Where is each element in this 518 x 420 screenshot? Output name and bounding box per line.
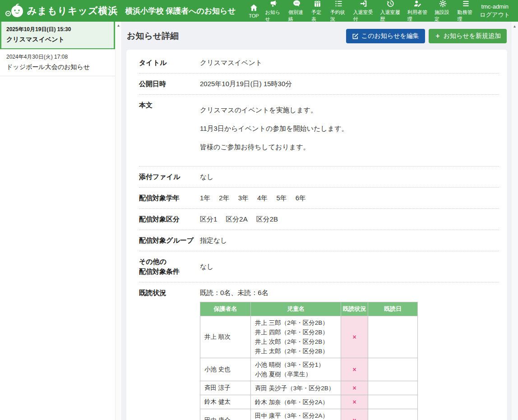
- scroll-up-icon[interactable]: ▲: [511, 25, 518, 28]
- reader-row: 小池 史也 小池 晴樹（3年・区分1） 小池 夏樹（卒業生） ×: [200, 358, 418, 381]
- bars-icon: [462, 0, 470, 8]
- edit-button-label: このお知らせを編集: [361, 32, 419, 40]
- child-name: 小池 夏樹（卒業生）: [255, 369, 337, 379]
- body-paragraph: クリスマスのイベントを実施します。: [200, 105, 499, 115]
- main-scrollbar[interactable]: ▲: [511, 22, 518, 420]
- nav-item-settings[interactable]: 施設設定: [431, 0, 454, 23]
- account-username: tmc-admin: [480, 3, 510, 11]
- parent-name-cell: 井上 順次: [200, 316, 251, 358]
- notice-list-item[interactable]: 2024年4月30日(火) 17:08 ドッジボール大会のお知らせ: [0, 49, 115, 76]
- read-status-cell: ×: [341, 395, 368, 409]
- read-status-cell: ×: [341, 409, 368, 420]
- app-logo-icon: [5, 3, 25, 19]
- list-icon: [334, 0, 343, 8]
- field-label: 配信対象学年: [139, 193, 200, 203]
- parent-name-cell: 斉田 涼子: [200, 381, 251, 395]
- read-date-cell: [368, 381, 418, 395]
- nav-item-top[interactable]: TOP: [245, 0, 262, 23]
- sidebar-scrollbar[interactable]: ▲: [116, 22, 122, 420]
- nav-item-label: 入退室受付: [353, 9, 374, 23]
- nav-item-label: 予定表: [311, 9, 324, 23]
- read-date-cell: [368, 395, 418, 409]
- nav-item-attendance[interactable]: 勤務管理: [454, 0, 477, 23]
- parent-name-cell: 小池 史也: [200, 358, 251, 381]
- nav-item-label: 勤務管理: [458, 9, 474, 23]
- notice-item-title: クリスマスイベント: [6, 36, 108, 44]
- detail-row-read-status: 既読状況 既読：0名、未読：6名 保護者名 児童名 既読状況 既読日: [139, 282, 499, 420]
- category-tag: 区分2B: [256, 215, 278, 223]
- column-header-child-name: 児童名: [251, 302, 341, 316]
- field-label: 配信対象グループ: [139, 235, 200, 245]
- detail-row-attachment: 添付ファイル なし: [139, 166, 499, 188]
- nav-item-label: 個別連絡: [288, 9, 305, 23]
- column-header-parent-name: 保護者名: [200, 302, 251, 316]
- app-logo-text: みまもりキッズ横浜: [27, 5, 118, 17]
- nav-item-label: 予約状況: [330, 9, 347, 23]
- nav-item-messages[interactable]: 個別連絡: [285, 0, 308, 23]
- home-icon: [250, 4, 258, 12]
- detail-row-body: 本文 クリスマスのイベントを実施します。 11月3日からイベントの参加を開始いた…: [139, 95, 499, 166]
- child-name: 井上 次郎（2年・区分2B）: [255, 337, 337, 346]
- page-title: 横浜小学校 保護者へのお知らせ: [125, 6, 236, 16]
- scroll-up-icon[interactable]: ▲: [116, 24, 121, 28]
- parent-name-cell: 鈴木 健太: [200, 395, 251, 409]
- field-value: 区分1区分2A区分2B: [200, 214, 499, 224]
- reader-row: 田中 康介 田中 康平（3年・区分2A） 田中 雄太（3年・区分1） ×: [200, 409, 418, 420]
- notice-item-title: ドッジボール大会のお知らせ: [6, 63, 110, 71]
- detail-row-target-group: 配信対象グループ 指定なし: [139, 230, 499, 251]
- child-name: 井上 四郎（2年・区分2B）: [255, 328, 337, 337]
- reader-row: 鈴木 健太 鈴木 加奈（6年・区分2A） ×: [200, 395, 418, 409]
- child-name: 斉田 美沙子（3年・区分2B）: [255, 383, 337, 393]
- add-notice-button[interactable]: ＋ お知らせを新規追加: [429, 29, 507, 43]
- history-icon: [386, 0, 395, 8]
- children-names-cell: 斉田 美沙子（3年・区分2B）: [251, 381, 341, 395]
- nav-item-reservations[interactable]: 予約状況: [327, 0, 350, 23]
- user-manage-icon: [413, 0, 422, 8]
- notice-list-item-selected[interactable]: 2025年10月19日(日) 15:30 クリスマスイベント: [0, 22, 115, 49]
- child-name: 鈴木 加奈（6年・区分2A）: [255, 397, 337, 407]
- nav-item-label: TOP: [249, 13, 259, 18]
- field-label: 添付ファイル: [139, 172, 200, 182]
- nav-item-checkin[interactable]: 入退室受付: [350, 0, 377, 23]
- field-value: 1年2年3年4年5年6年: [200, 193, 499, 203]
- grade-tag: 1年: [200, 194, 210, 202]
- field-value: クリスマスのイベントを実施します。 11月3日からイベントの参加を開始いたします…: [200, 100, 499, 161]
- field-label: 公開日時: [139, 79, 200, 89]
- notice-item-datetime: 2024年4月30日(火) 17:08: [6, 53, 110, 61]
- detail-row-title: タイトル クリスマスイベント: [139, 52, 499, 74]
- edit-notice-button[interactable]: このお知らせを編集: [346, 29, 425, 43]
- detail-row-publish-datetime: 公開日時 2025年10月19日(日) 15時30分: [139, 74, 499, 95]
- child-name: 井上 三郎（2年・区分2B）: [255, 318, 337, 328]
- chat-icon: [292, 0, 301, 8]
- logout-link[interactable]: ログアウト: [480, 11, 510, 19]
- field-label: 既読状況: [139, 288, 200, 298]
- child-name: 小池 晴樹（3年・区分1）: [255, 360, 337, 369]
- column-header-read-status: 既読状況: [341, 302, 368, 316]
- field-label-line: 配信対象条件: [139, 267, 200, 277]
- read-status-summary: 既読：0名、未読：6名: [200, 288, 499, 298]
- read-date-cell: [368, 358, 418, 381]
- nav-item-history[interactable]: 入退室履歴: [377, 0, 404, 23]
- column-header-read-date: 既読日: [368, 302, 418, 316]
- children-names-cell: 小池 晴樹（3年・区分1） 小池 夏樹（卒業生）: [251, 358, 341, 381]
- notice-detail-panel: お知らせ詳細 このお知らせを編集 ＋ お知らせを新規追加 タイトル クリスマスイ…: [122, 22, 511, 420]
- brand: みまもりキッズ横浜 横浜小学校 保護者へのお知らせ: [5, 3, 236, 19]
- nav-item-label: 施設設定: [435, 9, 451, 23]
- edit-icon: [352, 33, 359, 40]
- account-menu[interactable]: tmc-admin ログアウト: [477, 3, 515, 19]
- children-names-cell: 田中 康平（3年・区分2A） 田中 雄太（3年・区分1）: [251, 409, 341, 420]
- main-navigation: TOP お知らせ 個別連絡 予定表 予約状況: [245, 0, 477, 23]
- field-value: なし: [200, 262, 499, 272]
- add-button-label: お知らせを新規追加: [444, 32, 501, 40]
- field-value: なし: [200, 172, 499, 182]
- nav-item-label: お知らせ: [265, 9, 282, 23]
- child-name: 井上 太郎（2年・区分2B）: [255, 346, 337, 356]
- readers-table: 保護者名 児童名 既読状況 既読日 井上 順次 井上 三郎（2年・区分2B）: [200, 302, 418, 420]
- nav-item-notices[interactable]: お知らせ: [262, 0, 286, 23]
- nav-item-users[interactable]: 利用者管理: [404, 0, 431, 23]
- body-paragraph: 11月3日からイベントの参加を開始いたします。: [200, 124, 499, 134]
- grade-tag: 2年: [219, 194, 229, 202]
- field-label: タイトル: [139, 58, 200, 68]
- notice-item-datetime: 2025年10月19日(日) 15:30: [6, 26, 108, 33]
- nav-item-schedule[interactable]: 予定表: [308, 0, 327, 23]
